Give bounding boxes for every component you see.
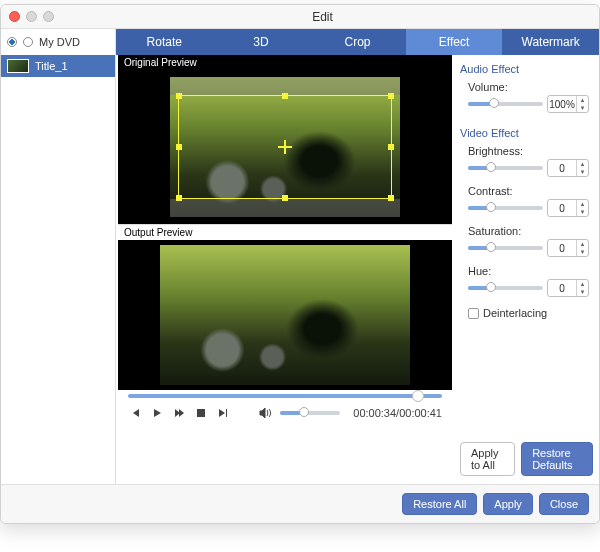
window-title: Edit bbox=[54, 10, 591, 24]
radio-unselected-icon[interactable] bbox=[23, 37, 33, 47]
crop-center-icon[interactable] bbox=[278, 140, 292, 154]
saturation-value: 0 bbox=[548, 243, 576, 254]
brightness-value-box[interactable]: 0▲▼ bbox=[547, 159, 589, 177]
tab-crop[interactable]: Crop bbox=[309, 29, 406, 55]
volume-icon[interactable] bbox=[258, 406, 272, 420]
saturation-slider[interactable] bbox=[468, 246, 543, 250]
stop-button[interactable] bbox=[194, 406, 208, 420]
contrast-field: Contrast: 0▲▼ bbox=[460, 185, 589, 217]
crop-handle-r[interactable] bbox=[388, 144, 394, 150]
deinterlacing-checkbox[interactable] bbox=[468, 308, 479, 319]
contrast-value: 0 bbox=[548, 203, 576, 214]
window-controls bbox=[9, 11, 54, 22]
preview-pane: Original Preview bbox=[116, 55, 454, 484]
contrast-slider[interactable] bbox=[468, 206, 543, 210]
restore-defaults-button[interactable]: Restore Defaults bbox=[521, 442, 593, 476]
output-video-frame bbox=[160, 245, 410, 385]
next-button[interactable] bbox=[216, 406, 230, 420]
crop-handle-l[interactable] bbox=[176, 144, 182, 150]
volume-step-up[interactable]: ▲ bbox=[577, 96, 588, 104]
saturation-label: Saturation: bbox=[460, 225, 589, 237]
effects-panel: Audio Effect Volume: 100%▲▼ Video Effect… bbox=[454, 55, 599, 484]
hue-step-up[interactable]: ▲ bbox=[577, 280, 588, 288]
tab-watermark[interactable]: Watermark bbox=[502, 29, 599, 55]
crop-handle-b[interactable] bbox=[282, 195, 288, 201]
crop-dim-bottom bbox=[170, 199, 400, 217]
source-label: My DVD bbox=[39, 36, 80, 48]
forward-button[interactable] bbox=[172, 406, 186, 420]
hue-slider[interactable] bbox=[468, 286, 543, 290]
volume-step-down[interactable]: ▼ bbox=[577, 104, 588, 112]
output-preview bbox=[118, 240, 452, 390]
contrast-value-box[interactable]: 0▲▼ bbox=[547, 199, 589, 217]
time-display: 00:00:34/00:00:41 bbox=[353, 407, 442, 419]
saturation-step-up[interactable]: ▲ bbox=[577, 240, 588, 248]
tab-rotate[interactable]: Rotate bbox=[116, 29, 213, 55]
brightness-field: Brightness: 0▲▼ bbox=[460, 145, 589, 177]
original-video-frame bbox=[170, 77, 400, 217]
seek-knob[interactable] bbox=[412, 390, 424, 402]
maximize-window-icon[interactable] bbox=[43, 11, 54, 22]
audio-effect-heading: Audio Effect bbox=[460, 63, 589, 75]
seek-bar-container bbox=[118, 390, 452, 400]
edit-window: Edit My DVD Rotate 3D Crop Effect Waterm… bbox=[0, 4, 600, 524]
body: Title_1 Original Preview bbox=[1, 55, 599, 484]
saturation-value-box[interactable]: 0▲▼ bbox=[547, 239, 589, 257]
brightness-step-down[interactable]: ▼ bbox=[577, 168, 588, 176]
deinterlacing-label: Deinterlacing bbox=[483, 307, 547, 319]
play-button[interactable] bbox=[150, 406, 164, 420]
time-current: 00:00:34 bbox=[353, 407, 396, 419]
sidebar-item-label: Title_1 bbox=[35, 60, 68, 72]
toolbar: My DVD Rotate 3D Crop Effect Watermark bbox=[1, 29, 599, 55]
volume-value-box[interactable]: 100%▲▼ bbox=[547, 95, 589, 113]
sidebar-item-title[interactable]: Title_1 bbox=[1, 55, 115, 77]
tab-effect[interactable]: Effect bbox=[406, 29, 503, 55]
brightness-slider[interactable] bbox=[468, 166, 543, 170]
output-preview-label: Output Preview bbox=[118, 224, 452, 240]
brightness-step-up[interactable]: ▲ bbox=[577, 160, 588, 168]
volume-label: Volume: bbox=[460, 81, 589, 93]
original-preview bbox=[118, 70, 452, 224]
restore-all-button[interactable]: Restore All bbox=[402, 493, 477, 515]
crop-rectangle[interactable] bbox=[178, 95, 392, 199]
hue-step-down[interactable]: ▼ bbox=[577, 288, 588, 296]
crop-handle-t[interactable] bbox=[282, 93, 288, 99]
tab-3d[interactable]: 3D bbox=[213, 29, 310, 55]
sidebar: Title_1 bbox=[1, 55, 116, 484]
hue-field: Hue: 0▲▼ bbox=[460, 265, 589, 297]
close-window-icon[interactable] bbox=[9, 11, 20, 22]
source-selector[interactable]: My DVD bbox=[1, 29, 116, 55]
original-preview-label: Original Preview bbox=[118, 55, 452, 70]
deinterlacing-row[interactable]: Deinterlacing bbox=[460, 307, 589, 319]
saturation-step-down[interactable]: ▼ bbox=[577, 248, 588, 256]
contrast-label: Contrast: bbox=[460, 185, 589, 197]
minimize-window-icon[interactable] bbox=[26, 11, 37, 22]
contrast-step-up[interactable]: ▲ bbox=[577, 200, 588, 208]
hue-label: Hue: bbox=[460, 265, 589, 277]
crop-handle-br[interactable] bbox=[388, 195, 394, 201]
close-button[interactable]: Close bbox=[539, 493, 589, 515]
hue-value: 0 bbox=[548, 283, 576, 294]
volume-effect-slider[interactable] bbox=[468, 102, 543, 106]
prev-button[interactable] bbox=[128, 406, 142, 420]
apply-button[interactable]: Apply bbox=[483, 493, 533, 515]
contrast-step-down[interactable]: ▼ bbox=[577, 208, 588, 216]
volume-knob[interactable] bbox=[299, 407, 309, 417]
crop-handle-tr[interactable] bbox=[388, 93, 394, 99]
title-thumbnail bbox=[7, 59, 29, 73]
crop-handle-bl[interactable] bbox=[176, 195, 182, 201]
titlebar: Edit bbox=[1, 5, 599, 29]
apply-to-all-button[interactable]: Apply to All bbox=[460, 442, 515, 476]
crop-handle-tl[interactable] bbox=[176, 93, 182, 99]
video-effect-heading: Video Effect bbox=[460, 127, 589, 139]
volume-field: Volume: 100%▲▼ bbox=[460, 81, 589, 113]
radio-selected-icon[interactable] bbox=[7, 37, 17, 47]
svg-rect-0 bbox=[197, 409, 205, 417]
brightness-label: Brightness: bbox=[460, 145, 589, 157]
volume-slider[interactable] bbox=[280, 411, 340, 415]
seek-bar[interactable] bbox=[128, 394, 442, 398]
footer: Restore All Apply Close bbox=[1, 484, 599, 523]
volume-value: 100% bbox=[548, 99, 576, 110]
saturation-field: Saturation: 0▲▼ bbox=[460, 225, 589, 257]
hue-value-box[interactable]: 0▲▼ bbox=[547, 279, 589, 297]
